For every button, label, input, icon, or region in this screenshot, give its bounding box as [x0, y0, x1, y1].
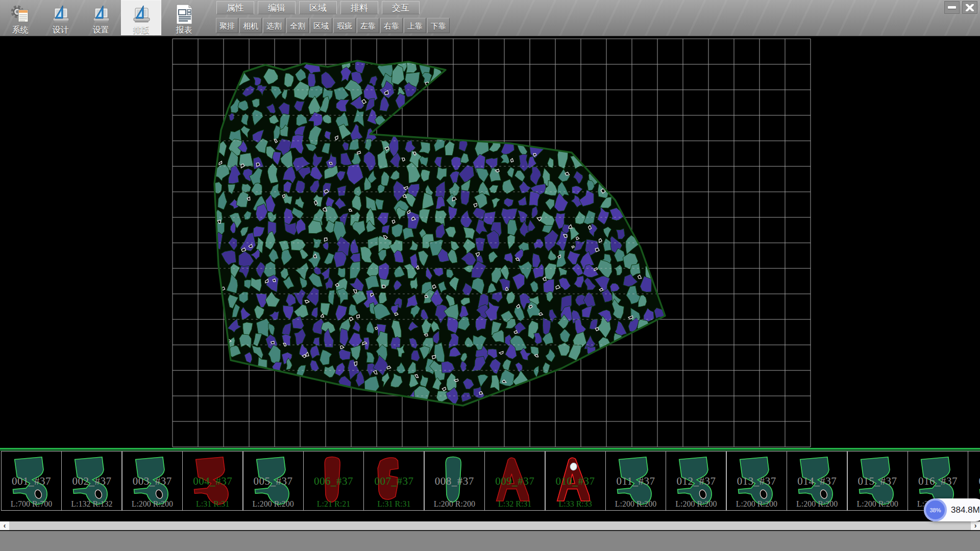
tool-button-8[interactable]: 右靠	[380, 18, 403, 33]
thumbnail-cell-008_#37[interactable]: 008_#37L:200 R:200	[424, 451, 485, 511]
part-lr-count: L:200 R:200	[243, 499, 303, 509]
thumbnail-cell-011_#37[interactable]: 011_#37L:200 R:200	[605, 451, 666, 511]
close-button[interactable]	[962, 1, 977, 14]
part-name: 015_#37	[848, 475, 908, 488]
tool-button-10[interactable]: 下靠	[427, 18, 450, 33]
tool-button-9[interactable]: 上靠	[404, 18, 426, 33]
part-name: 011_#37	[606, 475, 666, 488]
part-lr-count: L:21 R:21	[304, 499, 363, 509]
main-button-layout[interactable]: 排版	[121, 0, 161, 35]
thumbnail-strip: 001_#37L:700 R:700002_#37L:132 R:132003_…	[0, 448, 980, 511]
tool-button-6[interactable]: 瑕疵	[333, 18, 356, 33]
thumbnail-cell-010_#37[interactable]: 010_#37L:33 R:33	[545, 451, 606, 511]
thumbnail-cell-007_#37[interactable]: 007_#37L:31 R:31	[363, 451, 424, 511]
tool-buttons-row: 聚排相机选割全割区域瑕疵左靠右靠上靠下靠	[216, 18, 450, 33]
nesting-canvas[interactable]	[0, 36, 980, 448]
tool-button-4[interactable]: 全割	[286, 18, 309, 33]
part-name: 010_#37	[546, 475, 605, 488]
part-lr-count: L:700 R:700	[2, 499, 61, 509]
part-name: 013_#37	[727, 475, 787, 488]
menu-tab-3[interactable]: 区域	[299, 1, 337, 14]
memory-value: 384.8M	[951, 505, 980, 515]
tool-button-7[interactable]: 左靠	[357, 18, 379, 33]
menu-tabs-row: 属性编辑区域排料交互	[216, 1, 420, 14]
part-name: 003_#37	[122, 475, 182, 488]
part-name: 012_#37	[666, 475, 726, 488]
scroll-right-icon: ›	[974, 521, 977, 530]
part-name: 009_#37	[485, 475, 545, 488]
window-controls	[944, 1, 977, 14]
memory-badge: 38% 384.8M	[924, 498, 980, 521]
thumbnail-cell-003_#37[interactable]: 003_#37L:200 R:200	[122, 451, 183, 511]
progress-circle: 38%	[924, 498, 947, 521]
part-name: 002_#37	[62, 475, 121, 488]
tool-button-3[interactable]: 选割	[263, 18, 285, 33]
part-name: 008_#37	[425, 475, 484, 488]
part-lr-count: L:200 R:200	[787, 499, 847, 509]
ribbon: 系统设计设置排版报表 属性编辑区域排料交互 聚排相机选割全割区域瑕疵左靠右靠上靠…	[0, 0, 980, 36]
part-lr-count: L:200 R:200	[122, 499, 182, 509]
part-lr-count: L:132 R:132	[62, 499, 121, 509]
part-name: 004_#37	[183, 475, 242, 488]
part-lr-count: L:200 R:200	[848, 499, 908, 509]
part-name: 001_#37	[2, 475, 61, 488]
system-icon	[10, 0, 31, 25]
part-name: 017_#37	[968, 475, 980, 488]
minimize-icon	[948, 6, 956, 9]
thumbnail-cell-001_#37[interactable]: 001_#37L:700 R:700	[1, 451, 62, 511]
menu-tab-4[interactable]: 排料	[340, 1, 378, 14]
tool-button-1[interactable]: 聚排	[216, 18, 238, 33]
settings-icon	[91, 0, 111, 25]
bottom-bar	[0, 531, 980, 551]
main-button-report[interactable]: 报表	[164, 0, 204, 35]
thumbnail-cell-002_#37[interactable]: 002_#37L:132 R:132	[61, 451, 122, 511]
scroll-left-button[interactable]: ‹	[0, 521, 9, 530]
main-button-label: 报表	[176, 25, 192, 35]
minimize-button[interactable]	[944, 1, 960, 14]
tool-button-5[interactable]: 区域	[310, 18, 332, 33]
tool-button-2[interactable]: 相机	[239, 18, 262, 33]
part-lr-count: L:200 R:200	[606, 499, 666, 509]
thumbnail-cell-014_#37[interactable]: 014_#37L:200 R:200	[787, 451, 847, 511]
part-lr-count: L:32 R:31	[485, 499, 545, 509]
main-button-label: 系统	[12, 25, 29, 35]
thumbnail-cell-015_#37[interactable]: 015_#37L:200 R:200	[847, 451, 908, 511]
menu-tab-5[interactable]: 交互	[382, 1, 420, 14]
thumbnail-cell-009_#37[interactable]: 009_#37L:32 R:31	[484, 451, 545, 511]
part-name: 005_#37	[243, 475, 303, 488]
menu-tab-2[interactable]: 编辑	[258, 1, 296, 14]
close-icon	[966, 4, 974, 11]
progress-percent: 38%	[929, 507, 941, 513]
part-lr-count: L:31 R:31	[183, 499, 242, 509]
thumbnail-cell-006_#37[interactable]: 006_#37L:21 R:21	[303, 451, 364, 511]
thumbnail-cells: 001_#37L:700 R:700002_#37L:132 R:132003_…	[0, 450, 980, 511]
main-button-settings[interactable]: 设置	[81, 0, 121, 35]
part-name: 006_#37	[304, 475, 363, 488]
thumbnail-cell-005_#37[interactable]: 005_#37L:200 R:200	[243, 451, 304, 511]
part-lr-count: L:200 R:200	[666, 499, 726, 509]
main-button-label: 排版	[133, 25, 150, 35]
thumbnail-cell-012_#37[interactable]: 012_#37L:200 R:200	[666, 451, 726, 511]
main-button-label: 设计	[53, 25, 69, 35]
menu-tab-1[interactable]: 属性	[216, 1, 254, 14]
scroll-left-icon: ‹	[4, 521, 6, 530]
scroll-right-button[interactable]: ›	[971, 521, 980, 530]
main-button-design[interactable]: 设计	[40, 0, 81, 35]
thumbnail-cell-004_#37[interactable]: 004_#37L:31 R:31	[182, 451, 243, 511]
part-lr-count: L:200 R:200	[425, 499, 484, 509]
thumbnail-cell-013_#37[interactable]: 013_#37L:200 R:200	[726, 451, 787, 511]
part-name: 007_#37	[364, 475, 424, 488]
main-buttons: 系统设计设置排版报表	[0, 0, 204, 35]
design-icon	[51, 0, 71, 25]
main-button-system[interactable]: 系统	[0, 0, 40, 35]
layout-icon	[131, 0, 152, 25]
part-name: 016_#37	[908, 475, 968, 488]
nesting-svg	[0, 36, 980, 448]
part-name: 014_#37	[787, 475, 847, 488]
main-button-label: 设置	[93, 25, 109, 35]
part-lr-count: L:33 R:33	[546, 499, 605, 509]
report-icon	[175, 0, 194, 25]
part-lr-count: L:200 R:200	[727, 499, 787, 509]
horizontal-scrollbar[interactable]: ‹ ›	[0, 521, 980, 530]
part-lr-count: L:31 R:31	[364, 499, 424, 509]
